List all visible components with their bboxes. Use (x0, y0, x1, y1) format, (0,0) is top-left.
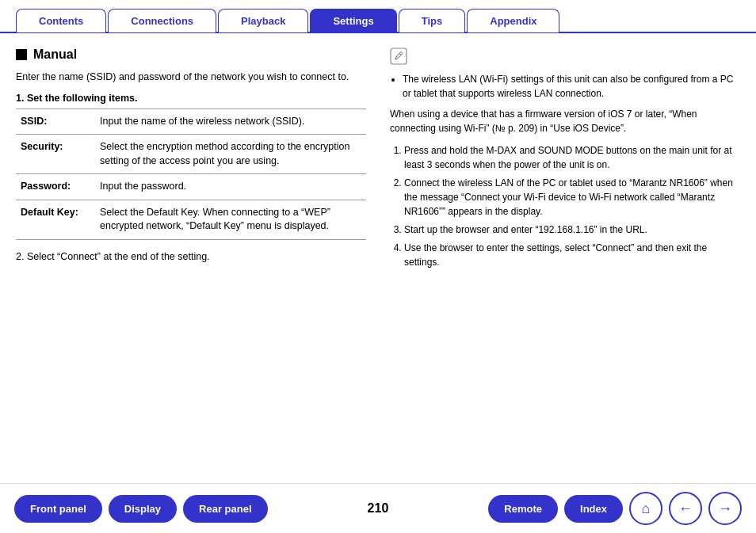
bottom-bar: Front panel Display Rear panel 210 Remot… (0, 483, 756, 533)
tab-appendix[interactable]: Appendix (467, 9, 559, 32)
forward-icon-button[interactable]: → (708, 492, 742, 525)
section-title: Manual (16, 48, 366, 62)
tab-connections[interactable]: Connections (108, 9, 216, 32)
table-key: Password: (16, 174, 95, 200)
note-block: The wireless LAN (Wi-Fi) settings of thi… (390, 72, 740, 135)
list-item: Use the browser to enter the settings, s… (404, 241, 740, 269)
list-item: Start up the browser and enter “192.168.… (404, 223, 740, 237)
pencil-icon (390, 48, 407, 65)
bottom-left-buttons: Front panel Display Rear panel (14, 495, 268, 523)
list-item: Press and hold the M-DAX and SOUND MODE … (404, 143, 740, 172)
home-icon-button[interactable]: ⌂ (629, 492, 662, 525)
intro-text: Enter the name (SSID) and password of th… (16, 70, 366, 85)
back-icon-button[interactable]: ← (669, 492, 702, 525)
tab-tips[interactable]: Tips (399, 9, 466, 32)
page-number: 210 (368, 501, 389, 516)
table-row: SSID:Input the name of the wireless netw… (16, 109, 366, 135)
table-row: Security:Select the encryption method ac… (16, 135, 366, 174)
back-arrow-icon: ← (678, 501, 693, 517)
section-icon (16, 49, 27, 60)
rear-panel-button[interactable]: Rear panel (183, 495, 267, 523)
note-steps: Press and hold the M-DAX and SOUND MODE … (390, 143, 740, 269)
section-title-text: Manual (33, 48, 77, 62)
table-key: Security: (16, 135, 95, 174)
note-bullet-text: The wireless LAN (Wi-Fi) settings of thi… (403, 72, 740, 101)
settings-table: SSID:Input the name of the wireless netw… (16, 109, 366, 240)
index-button[interactable]: Index (564, 495, 623, 523)
bottom-right-buttons: Remote Index ⌂ ← → (488, 492, 742, 525)
note-secondary-text: When using a device that has a firmware … (390, 107, 740, 135)
left-column: Manual Enter the name (SSID) and passwor… (16, 48, 366, 475)
list-item: Connect the wireless LAN of the PC or ta… (404, 176, 740, 219)
table-row: Password:Input the password. (16, 174, 366, 200)
step2-text: 2. Select “Connect” at the end of the se… (16, 251, 366, 262)
top-navigation: Contents Connections Playback Settings T… (0, 0, 756, 33)
step1-label: 1. Set the following items. (16, 93, 366, 104)
table-value: Select the encryption method according t… (95, 135, 366, 174)
home-icon: ⌂ (642, 501, 651, 517)
table-key: SSID: (16, 109, 95, 135)
right-column: The wireless LAN (Wi-Fi) settings of thi… (390, 48, 740, 475)
table-value: Input the password. (95, 174, 366, 200)
display-button[interactable]: Display (109, 495, 177, 523)
forward-arrow-icon: → (718, 501, 732, 517)
tab-playback[interactable]: Playback (218, 9, 308, 32)
tab-contents[interactable]: Contents (16, 9, 106, 32)
table-row: Default Key:Select the Default Key. When… (16, 200, 366, 239)
table-value: Select the Default Key. When connecting … (95, 200, 366, 239)
svg-rect-0 (391, 48, 407, 64)
main-content: Manual Enter the name (SSID) and passwor… (0, 33, 756, 483)
table-key: Default Key: (16, 200, 95, 239)
pencil-wrap (390, 48, 740, 67)
table-value: Input the name of the wireless network (… (95, 109, 366, 135)
tab-settings[interactable]: Settings (310, 9, 396, 32)
front-panel-button[interactable]: Front panel (14, 495, 102, 523)
remote-button[interactable]: Remote (488, 495, 558, 523)
